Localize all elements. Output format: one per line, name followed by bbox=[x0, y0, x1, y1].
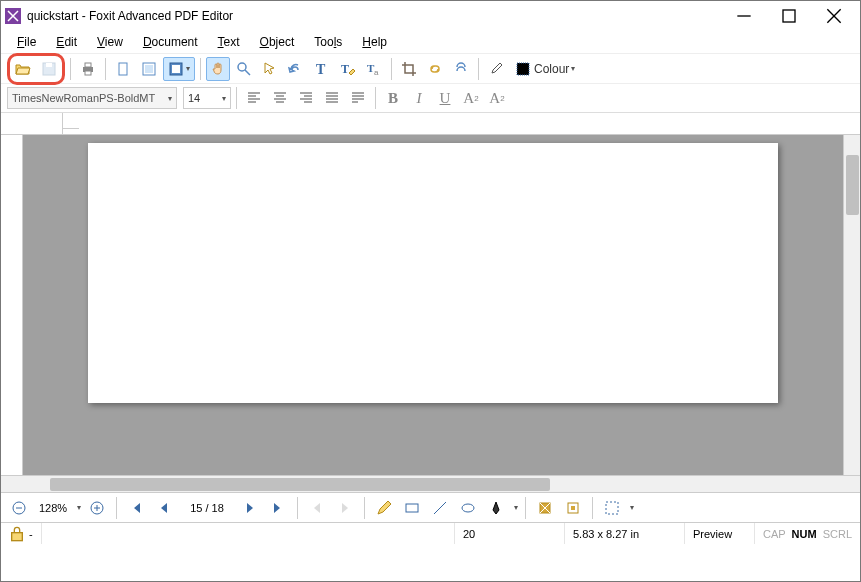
svg-rect-44 bbox=[606, 502, 618, 514]
svg-text:T: T bbox=[316, 62, 326, 77]
clip-in-button[interactable] bbox=[561, 496, 585, 520]
status-dimensions: 5.83 x 8.27 in bbox=[565, 523, 685, 544]
shape-dropdown[interactable]: ▾ bbox=[514, 503, 518, 512]
menu-document[interactable]: Document bbox=[135, 33, 206, 51]
undo-button[interactable] bbox=[284, 57, 308, 81]
zoom-dropdown[interactable]: ▾ bbox=[77, 503, 81, 512]
font-select[interactable]: TimesNewRomanPS-BoldMT▾ bbox=[7, 87, 177, 109]
scrollbar-thumb[interactable] bbox=[846, 155, 859, 215]
horizontal-scrollbar[interactable] bbox=[1, 475, 860, 492]
status-preview: Preview bbox=[685, 523, 755, 544]
text-icon: T bbox=[314, 61, 330, 77]
fit-visible-button[interactable]: ▾ bbox=[163, 57, 195, 81]
zoom-tool-button[interactable] bbox=[232, 57, 256, 81]
svg-rect-43 bbox=[571, 506, 575, 510]
format-toolbar: TimesNewRomanPS-BoldMT▾ 14▾ B I U A2 A2 bbox=[1, 83, 860, 113]
align-right-button[interactable] bbox=[294, 86, 318, 110]
maximize-button[interactable] bbox=[766, 1, 811, 31]
menu-file[interactable]: File bbox=[9, 33, 44, 51]
colour-swatch-icon bbox=[515, 61, 531, 77]
align-center-button[interactable] bbox=[268, 86, 292, 110]
status-x: 20 bbox=[455, 523, 565, 544]
svg-rect-14 bbox=[172, 65, 180, 73]
italic-button[interactable]: I bbox=[407, 86, 431, 110]
select-area-button[interactable] bbox=[600, 496, 624, 520]
text-format-icon: Ta bbox=[366, 61, 382, 77]
loop-icon bbox=[453, 61, 469, 77]
last-icon bbox=[270, 500, 286, 516]
select-tool-button[interactable] bbox=[258, 57, 282, 81]
print-button[interactable] bbox=[76, 57, 100, 81]
menu-edit[interactable]: Edit bbox=[48, 33, 85, 51]
underline-button[interactable]: U bbox=[433, 86, 457, 110]
zoom-out-button[interactable] bbox=[7, 496, 31, 520]
zoom-in-button[interactable] bbox=[85, 496, 109, 520]
first-page-button[interactable] bbox=[124, 496, 148, 520]
superscript-button[interactable]: A2 bbox=[459, 86, 483, 110]
hscrollbar-thumb[interactable] bbox=[50, 478, 550, 491]
prev-icon bbox=[156, 500, 172, 516]
prev-page-button[interactable] bbox=[152, 496, 176, 520]
svg-rect-2 bbox=[783, 10, 795, 22]
page-width-icon bbox=[141, 61, 157, 77]
status-bar: - 20 5.83 x 8.27 in Preview CAP NUM SCRL bbox=[1, 522, 860, 544]
undo-icon bbox=[288, 61, 304, 77]
align-justify-button[interactable] bbox=[320, 86, 344, 110]
align-left-button[interactable] bbox=[242, 86, 266, 110]
text-edit-button[interactable]: T bbox=[336, 57, 360, 81]
crop-button[interactable] bbox=[397, 57, 421, 81]
menu-view[interactable]: View bbox=[89, 33, 131, 51]
cursor-icon bbox=[262, 61, 278, 77]
forward-icon bbox=[337, 500, 353, 516]
line-tool-button[interactable] bbox=[428, 496, 452, 520]
pencil-tool-button[interactable] bbox=[372, 496, 396, 520]
page[interactable] bbox=[88, 143, 778, 403]
last-page-button[interactable] bbox=[266, 496, 290, 520]
font-size-select[interactable]: 14▾ bbox=[183, 87, 231, 109]
colour-button[interactable]: Colour ▾ bbox=[510, 57, 580, 81]
zoom-level: 128% bbox=[35, 502, 71, 514]
next-page-button[interactable] bbox=[238, 496, 262, 520]
app-icon bbox=[5, 8, 21, 24]
ellipse-tool-button[interactable] bbox=[456, 496, 480, 520]
hand-tool-button[interactable] bbox=[206, 57, 230, 81]
nav-back-button[interactable] bbox=[305, 496, 329, 520]
canvas[interactable] bbox=[23, 135, 843, 475]
menu-object[interactable]: Object bbox=[252, 33, 303, 51]
horizontal-ruler: 012 345 6 bbox=[1, 113, 860, 135]
bold-button[interactable]: B bbox=[381, 86, 405, 110]
vertical-scrollbar[interactable] bbox=[843, 135, 860, 475]
zoom-in-icon bbox=[89, 500, 105, 516]
save-button[interactable] bbox=[37, 57, 61, 81]
rect-tool-button[interactable] bbox=[400, 496, 424, 520]
fit-page-button[interactable] bbox=[111, 57, 135, 81]
text-format-button[interactable]: Ta bbox=[362, 57, 386, 81]
first-icon bbox=[128, 500, 144, 516]
zoom-out-icon bbox=[11, 500, 27, 516]
menu-help[interactable]: Help bbox=[354, 33, 395, 51]
align-force-justify-button[interactable] bbox=[346, 86, 370, 110]
align-force-icon bbox=[350, 90, 366, 106]
menu-text[interactable]: Text bbox=[210, 33, 248, 51]
link-button[interactable] bbox=[423, 57, 447, 81]
lock-icon bbox=[9, 526, 25, 542]
page-fit-icon bbox=[168, 61, 184, 77]
open-button[interactable] bbox=[11, 57, 35, 81]
eyedropper-button[interactable] bbox=[484, 57, 508, 81]
subscript-button[interactable]: A2 bbox=[485, 86, 509, 110]
clip-out-button[interactable] bbox=[533, 496, 557, 520]
lock-status: - bbox=[1, 523, 42, 544]
pen-tool-button[interactable] bbox=[484, 496, 508, 520]
select-dropdown[interactable]: ▾ bbox=[630, 503, 634, 512]
text-tool-button[interactable]: T bbox=[310, 57, 334, 81]
ruler-ticks-icon: 012 345 6 bbox=[63, 113, 79, 129]
minimize-button[interactable] bbox=[721, 1, 766, 31]
redo-path-button[interactable] bbox=[449, 57, 473, 81]
navigation-bar: 128% ▾ 15 / 18 ▾ ▾ bbox=[1, 492, 860, 522]
menu-tools[interactable]: Tools bbox=[306, 33, 350, 51]
align-justify-icon bbox=[324, 90, 340, 106]
page-indicator: 15 / 18 bbox=[180, 502, 234, 514]
fit-width-button[interactable] bbox=[137, 57, 161, 81]
nav-forward-button[interactable] bbox=[333, 496, 357, 520]
close-button[interactable] bbox=[811, 1, 856, 31]
